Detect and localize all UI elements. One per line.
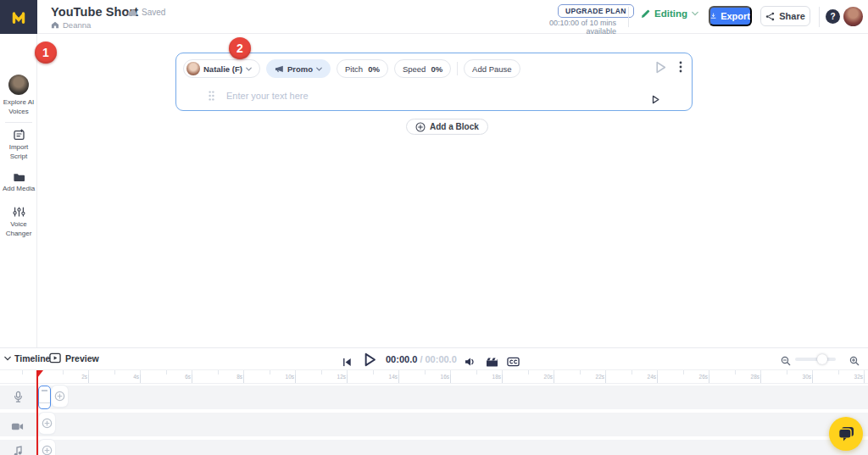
export-button[interactable]: Export xyxy=(709,6,752,26)
sidebar-item-voice-changer[interactable]: Voice Changer xyxy=(0,206,37,238)
voice-style-select[interactable]: Promo xyxy=(266,59,331,78)
sidebar-item-explore-voices[interactable]: Explore AI Voices xyxy=(0,75,37,116)
chevron-down-icon xyxy=(692,11,698,16)
block-menu-button[interactable] xyxy=(679,61,682,76)
music-note-icon xyxy=(14,445,23,455)
pitch-value: 0% xyxy=(368,64,380,74)
add-music-clip-button[interactable] xyxy=(39,440,55,455)
add-block-label: Add a Block xyxy=(430,122,479,131)
block-play-button[interactable] xyxy=(655,61,666,77)
add-video-clip-button[interactable] xyxy=(39,413,55,434)
ruler-tick-label: 22s xyxy=(584,374,604,380)
playhead-line[interactable] xyxy=(36,370,38,455)
voice-avatar-icon xyxy=(8,75,29,95)
mode-dropdown[interactable]: Editing xyxy=(641,8,698,19)
add-block-button[interactable]: Add a Block xyxy=(406,119,488,135)
help-button[interactable]: ? xyxy=(826,9,840,24)
timeline-zoom-slider[interactable] xyxy=(795,358,836,361)
transport-bar: Timeline Preview 00:00.0 / 00:00.0 xyxy=(0,347,868,370)
share-button[interactable]: Share xyxy=(760,6,810,26)
preview-icon xyxy=(49,352,61,363)
timeline-toggle[interactable]: Timeline xyxy=(4,353,50,363)
ruler-tick-label: 14s xyxy=(377,374,398,380)
clip-text-preview xyxy=(42,390,47,391)
volume-button[interactable] xyxy=(465,355,476,370)
murf-logo[interactable] xyxy=(0,0,37,34)
ruler-tick-label: 26s xyxy=(687,374,708,380)
sidebar-label: Voice xyxy=(0,220,37,230)
ruler-tick-label: 18s xyxy=(481,374,501,380)
ruler-tick-label: 32s xyxy=(843,374,863,380)
plus-circle-icon xyxy=(415,122,426,132)
preview-toggle[interactable]: Preview xyxy=(49,352,99,363)
zoom-slider-thumb[interactable] xyxy=(817,354,827,364)
upgrade-plan-button[interactable]: UPGRADE PLAN xyxy=(558,4,634,18)
voice-block[interactable]: Natalie (F) Promo Pitch 0% Speed 0% Add … xyxy=(175,53,693,111)
line-play-button[interactable] xyxy=(652,92,659,108)
project-title[interactable]: YouTube Short xyxy=(51,5,138,19)
selected-voice-clip[interactable] xyxy=(38,386,51,409)
video-icon xyxy=(11,419,24,435)
annotation-step-2: 2 xyxy=(229,37,251,59)
cloud-icon xyxy=(127,8,138,17)
pencil-icon xyxy=(641,9,650,19)
drag-handle-icon xyxy=(209,91,214,101)
zoom-in-button[interactable] xyxy=(849,354,860,369)
ruler-tick-label: 4s xyxy=(119,374,139,380)
minutes-available: 00:10:00 of 10 mins available xyxy=(523,19,616,36)
voice-track[interactable] xyxy=(0,386,868,409)
topbar-divider xyxy=(628,7,629,27)
sidebar-item-import-script[interactable]: Import Script xyxy=(0,129,37,161)
chevron-down-icon xyxy=(246,67,252,71)
music-track[interactable] xyxy=(0,440,868,455)
text-entry-row[interactable]: Enter your text here xyxy=(209,91,309,101)
header-divider xyxy=(457,62,458,75)
user-avatar[interactable] xyxy=(843,7,863,26)
chevron-down-icon xyxy=(316,67,322,71)
scenes-button[interactable] xyxy=(486,355,498,370)
share-icon xyxy=(765,12,775,21)
mode-label: Editing xyxy=(654,8,687,19)
ruler-tick-label: 24s xyxy=(636,374,656,380)
skip-to-start-button[interactable] xyxy=(342,355,352,370)
app-window: YouTube Short Saved Deanna UPGRADE PLAN … xyxy=(0,0,868,455)
ruler-tick-label: 2s xyxy=(67,374,87,380)
chevron-down-icon xyxy=(4,356,11,361)
voice-select[interactable]: Natalie (F) xyxy=(183,59,260,78)
text-input-placeholder[interactable]: Enter your text here xyxy=(226,91,309,101)
breadcrumb-user: Deanna xyxy=(63,20,91,30)
sidebar-item-add-media[interactable]: Add Media xyxy=(0,172,37,194)
voice-changer-icon xyxy=(13,206,25,218)
speed-control[interactable]: Speed 0% xyxy=(394,59,451,78)
chat-support-button[interactable] xyxy=(829,417,863,451)
export-label: Export xyxy=(721,11,750,21)
time-display: 00:00.0 / 00:00.0 xyxy=(386,354,457,364)
total-time: / 00:00.0 xyxy=(420,354,456,364)
ruler-tick-label: 16s xyxy=(429,374,449,380)
ruler-tick-label: 10s xyxy=(274,374,294,380)
speed-label: Speed xyxy=(403,64,426,74)
timeline-label: Timeline xyxy=(14,353,50,363)
video-track[interactable] xyxy=(0,413,868,436)
pitch-label: Pitch xyxy=(345,64,363,74)
sidebar-label: Import xyxy=(0,143,37,153)
current-time: 00:00.0 xyxy=(386,354,417,364)
captions-button[interactable] xyxy=(507,355,520,370)
sidebar-label: Changer xyxy=(0,230,37,239)
add-voice-clip-button[interactable] xyxy=(52,386,68,407)
add-pause-button[interactable]: Add Pause xyxy=(464,59,520,78)
saved-label: Saved xyxy=(142,8,165,17)
zoom-out-button[interactable] xyxy=(781,354,791,369)
timeline-ruler[interactable]: 2s 4s 6s 8s 10s 12s 14s 16s 18s 20s 22s … xyxy=(0,370,868,384)
playhead-marker[interactable] xyxy=(37,370,43,378)
megaphone-icon xyxy=(275,65,284,73)
chat-bubbles-icon xyxy=(837,425,855,442)
top-bar: YouTube Short Saved Deanna UPGRADE PLAN … xyxy=(0,0,868,34)
ruler-tick-label: 6s xyxy=(170,374,191,380)
breadcrumb[interactable]: Deanna xyxy=(51,20,91,30)
murf-logo-icon xyxy=(9,8,28,26)
annotation-step-1: 1 xyxy=(35,42,57,64)
speed-value: 0% xyxy=(431,64,442,74)
play-button[interactable] xyxy=(364,352,376,370)
pitch-control[interactable]: Pitch 0% xyxy=(337,59,388,78)
